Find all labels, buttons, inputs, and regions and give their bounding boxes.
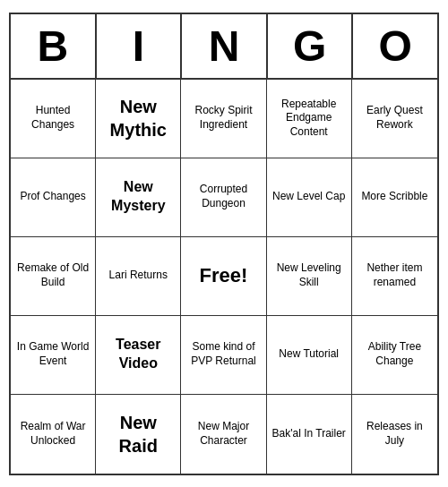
bingo-cell-15: In Game World Event: [11, 316, 96, 395]
bingo-cell-10: Remake of Old Build: [11, 237, 96, 316]
bingo-cell-0: Hunted Changes: [11, 80, 96, 158]
bingo-cell-8: New Level Cap: [267, 158, 352, 237]
bingo-cell-4: Early Quest Rework: [352, 80, 437, 158]
bingo-cell-24: Releases in July: [352, 395, 437, 474]
bingo-cell-2: Rocky Spirit Ingredient: [181, 80, 266, 158]
bingo-cell-18: New Tutorial: [267, 316, 352, 395]
bingo-cell-11: Lari Returns: [96, 237, 181, 316]
bingo-cell-5: Prof Changes: [11, 158, 96, 237]
bingo-letter-i: I: [97, 14, 183, 78]
bingo-cell-7: Corrupted Dungeon: [181, 158, 266, 237]
bingo-letter-n: N: [182, 14, 268, 78]
bingo-cell-19: Ability Tree Change: [352, 316, 437, 395]
bingo-letter-b: B: [11, 14, 97, 78]
bingo-header: BINGO: [11, 14, 437, 80]
bingo-cell-14: Nether item renamed: [352, 237, 437, 316]
bingo-cell-16: Teaser Video: [96, 316, 181, 395]
bingo-cell-20: Realm of War Unlocked: [11, 395, 96, 474]
bingo-grid: Hunted ChangesNew MythicRocky Spirit Ing…: [11, 80, 437, 474]
bingo-cell-17: Some kind of PVP Returnal: [181, 316, 266, 395]
bingo-cell-13: New Leveling Skill: [267, 237, 352, 316]
bingo-letter-o: O: [353, 14, 437, 78]
bingo-letter-g: G: [268, 14, 354, 78]
bingo-cell-23: Bak'al In Trailer: [267, 395, 352, 474]
bingo-cell-9: More Scribble: [352, 158, 437, 237]
bingo-card: BINGO Hunted ChangesNew MythicRocky Spir…: [9, 13, 439, 475]
bingo-cell-6: New Mystery: [96, 158, 181, 237]
bingo-cell-3: Repeatable Endgame Content: [267, 80, 352, 158]
bingo-cell-12: Free!: [181, 237, 266, 316]
bingo-cell-22: New Major Character: [181, 395, 266, 474]
bingo-cell-1: New Mythic: [96, 80, 181, 158]
bingo-cell-21: New Raid: [96, 395, 181, 474]
